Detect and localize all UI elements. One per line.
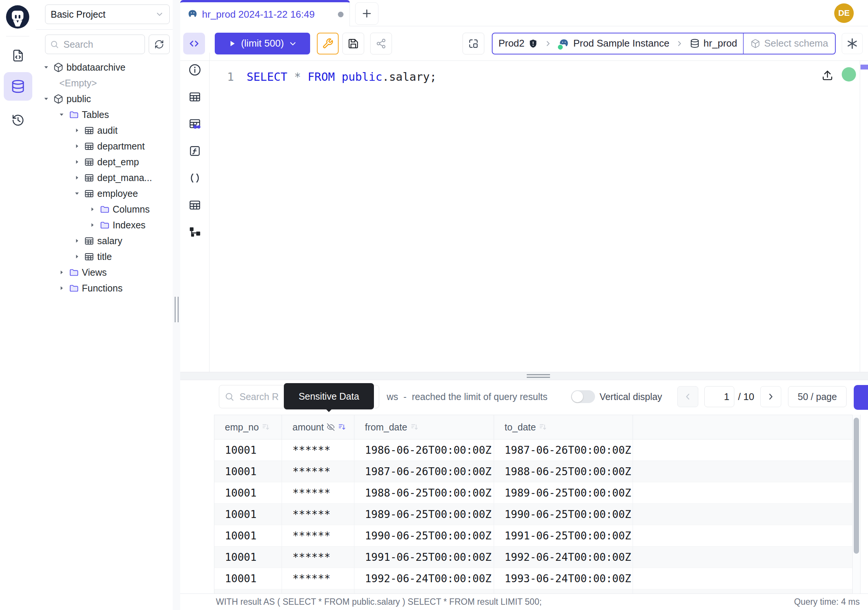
tree-item-indexes[interactable]: Indexes [36,217,173,233]
caret-down-icon[interactable] [41,64,51,71]
worksheets-icon[interactable] [10,47,26,64]
project-selector[interactable]: Basic Project [45,5,170,24]
tree-item-dept-emp[interactable]: dept_emp [36,154,173,170]
cell[interactable]: 1989-06-25T00:00:00Z [354,504,494,525]
cell[interactable]: 1989-06-25T00:00:00Z [494,482,633,503]
cell[interactable]: 10001 [214,568,282,589]
caret-right-icon[interactable] [72,237,82,244]
functions-panel-icon[interactable] [187,143,203,159]
cell[interactable]: 10001 [214,439,282,461]
caret-down-icon[interactable] [72,190,82,197]
page-size-select[interactable]: 50 / page [788,386,846,407]
cell[interactable]: ****** [282,504,354,525]
sidebar-search-input[interactable] [63,39,140,50]
column-header-emp_no[interactable]: emp_no [214,415,282,439]
share-button[interactable] [370,33,392,54]
cell[interactable]: ****** [282,568,354,589]
cell[interactable]: ****** [282,482,354,503]
sidebar-search[interactable] [45,34,145,54]
cell[interactable]: 10001 [214,504,282,525]
results-scrollbar-lane[interactable] [852,415,860,593]
cell[interactable]: 10001 [214,546,282,568]
column-header-amount[interactable]: amount [282,415,354,439]
upload-icon[interactable] [820,68,835,83]
tree-item-employee[interactable]: employee [36,186,173,201]
databases-icon[interactable] [4,72,32,101]
column-header-from_date[interactable]: from_date [354,415,494,439]
sidebar-resize-handle[interactable] [173,0,181,610]
breadcrumb-instance[interactable]: Prod Sample Instance [552,37,676,49]
tree-item-functions[interactable]: Functions [36,280,173,296]
new-tab-button[interactable] [355,2,378,25]
next-page-button[interactable] [760,386,781,407]
cell[interactable]: 1990-06-25T00:00:00Z [494,504,633,525]
results-resize-handle[interactable] [180,372,868,380]
column-header-to_date[interactable]: to_date [494,415,633,439]
caret-right-icon[interactable] [72,253,82,260]
bytebase-logo[interactable] [5,5,30,29]
sort-icon[interactable] [539,423,547,431]
results-export-button[interactable] [854,385,868,410]
cell[interactable]: 1988-06-25T00:00:00Z [494,461,633,482]
vertical-display-toggle[interactable] [571,390,595,403]
caret-right-icon[interactable] [57,269,67,276]
cell[interactable]: 1986-06-26T00:00:00Z [354,439,494,461]
cell[interactable]: 1992-06-24T00:00:00Z [354,568,494,589]
external-tables-panel-icon[interactable] [187,197,203,213]
results-scrollbar-thumb[interactable] [854,418,859,554]
caret-right-icon[interactable] [57,285,67,292]
cell[interactable]: 1993-06-24T00:00:00Z [494,568,633,589]
tree-item-tables[interactable]: Tables [36,107,173,123]
cell[interactable]: 10001 [214,461,282,482]
tables-panel-icon[interactable] [187,89,203,105]
sql-editor-panel-icon[interactable] [183,33,205,54]
ai-assistant-button[interactable] [842,33,863,54]
editor-scrollbar-lane[interactable] [860,61,860,372]
breadcrumb-database[interactable]: hr_prod [684,37,743,49]
procedures-panel-icon[interactable] [187,170,203,186]
sort-icon[interactable] [338,423,346,431]
tab-hr-prod[interactable]: hr_prod 2024-11-22 16:49 [180,0,350,26]
cell[interactable]: ****** [282,546,354,568]
page-number-input[interactable] [704,386,734,407]
tree-item-public[interactable]: public [36,91,173,107]
sort-icon[interactable] [262,423,270,431]
cell[interactable]: 10001 [214,525,282,546]
cell[interactable]: 1990-06-25T00:00:00Z [354,525,494,546]
caret-right-icon[interactable] [72,143,82,149]
sort-icon[interactable] [410,423,418,431]
schema-diagram-icon[interactable] [187,224,203,240]
cell[interactable]: 1991-06-25T00:00:00Z [494,525,633,546]
cell[interactable]: ****** [282,461,354,482]
caret-right-icon[interactable] [72,174,82,181]
user-avatar[interactable]: DE [834,3,854,23]
caret-right-icon[interactable] [72,127,82,134]
cell[interactable]: ****** [282,439,354,461]
caret-down-icon[interactable] [41,95,51,102]
tree-item-views[interactable]: Views [36,264,173,280]
tree-item-department[interactable]: department [36,138,173,154]
caret-right-icon[interactable] [87,206,97,213]
cell[interactable]: 1987-06-26T00:00:00Z [354,461,494,482]
caret-right-icon[interactable] [72,158,82,165]
admin-wrench-button[interactable] [317,33,339,54]
tree-item-dept-mana[interactable]: dept_mana... [36,170,173,186]
prev-page-button[interactable] [677,386,698,407]
tree-item-title[interactable]: title [36,249,173,264]
caret-right-icon[interactable] [87,222,97,228]
select-schema-button[interactable]: Select schema [743,33,835,54]
cell[interactable]: ****** [282,525,354,546]
cell[interactable]: 1992-06-24T00:00:00Z [494,546,633,568]
cell[interactable]: 10001 [214,589,282,593]
tree-item-salary[interactable]: salary [36,233,173,249]
breadcrumb-environment[interactable]: Prod2 [493,37,544,49]
save-button[interactable] [343,33,364,54]
cell[interactable]: 1991-06-25T00:00:00Z [354,546,494,568]
cell[interactable]: 10001 [214,482,282,503]
run-query-button[interactable]: (limit 500) [215,33,310,54]
history-icon[interactable] [10,112,26,129]
cell[interactable]: ****** [282,589,354,593]
tree-item-bbdataarchive[interactable]: bbdataarchive [36,59,173,75]
cell[interactable]: 1988-06-25T00:00:00Z [354,482,494,503]
cell[interactable]: 1994-06-24T00:00:00Z [494,589,633,593]
